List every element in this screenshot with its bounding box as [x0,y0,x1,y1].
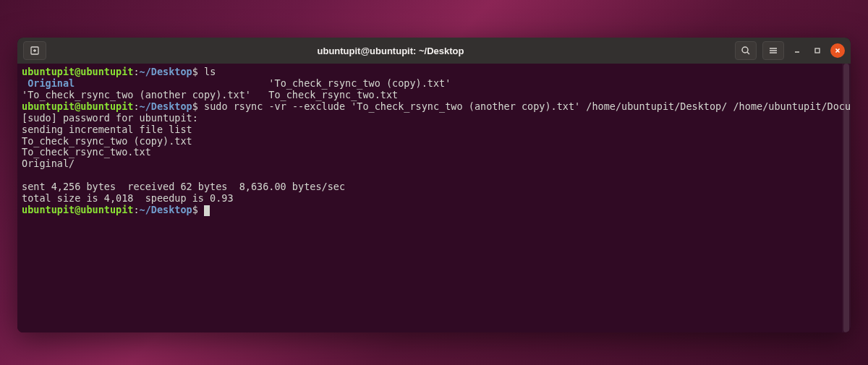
prompt-user: ubuntupit@ubuntupit [22,66,133,77]
out-file-1: To_check_rsync_two (copy).txt [22,135,192,147]
search-icon [741,46,751,56]
maximize-icon [814,47,821,54]
titlebar-right [735,41,845,60]
prompt-path-2: ~/Desktop [140,100,192,112]
cursor [204,205,210,216]
prompt-sep-2: : [133,100,139,112]
titlebar-left [23,41,46,60]
out-dir: Original/ [22,158,75,169]
prompt-path: ~/Desktop [140,66,192,77]
prompt-path-3: ~/Desktop [140,204,192,215]
cmd-rsync: sudo rsync -vr --exclude 'To_check_rsync… [198,100,851,112]
out-file-2: To_check_rsync_two.txt [22,146,151,158]
prompt-dollar-2: $ [192,100,198,112]
new-tab-button[interactable] [23,41,46,60]
close-icon [834,47,841,54]
out-sudo: [sudo] password for ubuntupit: [22,112,198,124]
cmd-ls: ls [198,66,216,77]
prompt-user-2: ubuntupit@ubuntupit [22,100,133,112]
out-sent: sent 4,256 bytes received 62 bytes 8,636… [22,181,345,192]
new-tab-icon [30,46,40,56]
prompt-sep-3: : [133,204,139,215]
scrollbar[interactable] [842,64,851,332]
prompt-user-3: ubuntupit@ubuntupit [22,204,133,215]
out-sending: sending incremental file list [22,124,192,135]
terminal-body[interactable]: ubuntupit@ubuntupit:~/Desktop$ ls Origin… [17,64,851,332]
minimize-icon [793,47,801,54]
prompt-sep: : [133,66,139,77]
titlebar: ubuntupit@ubuntupit: ~/Desktop [17,38,851,64]
maximize-button[interactable] [810,43,825,58]
hamburger-icon [768,46,778,56]
search-button[interactable] [735,41,757,60]
scrollbar-thumb[interactable] [843,64,849,332]
ls-dir-original: Original [22,77,75,89]
close-button[interactable] [830,43,845,58]
out-total: total size is 4,018 speedup is 0.93 [22,192,234,204]
prompt-dollar-3: $ [192,204,198,215]
ls-line-2: 'To_check_rsync_two (another copy).txt' … [22,89,398,100]
terminal-window: ubuntupit@ubuntupit: ~/Desktop [17,38,851,332]
minimize-button[interactable] [790,43,804,58]
menu-button[interactable] [762,41,784,60]
svg-point-1 [742,47,748,53]
ls-file-1: 'To_check_rsync_two (copy).txt' [75,77,451,89]
window-title: ubuntupit@ubuntupit: ~/Desktop [46,46,735,56]
prompt-dollar: $ [192,66,198,77]
svg-rect-2 [815,48,820,53]
